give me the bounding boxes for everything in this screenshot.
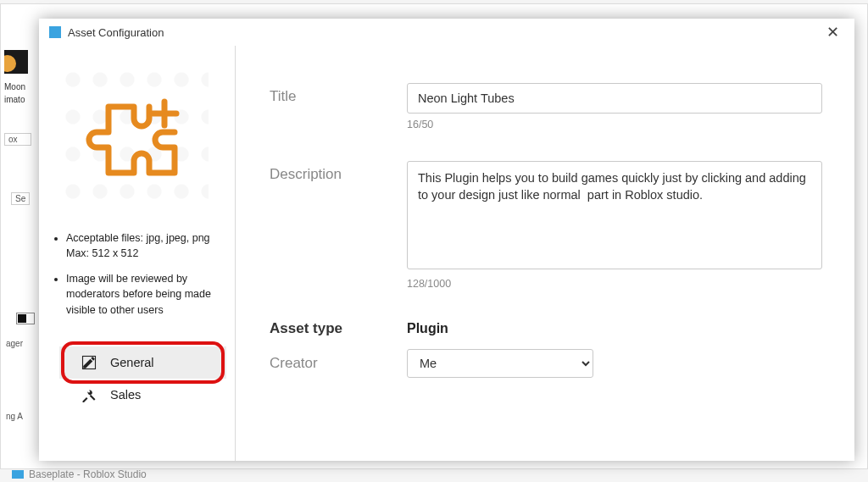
bg-bottom-tab: ng A xyxy=(3,411,26,422)
title-input[interactable] xyxy=(407,83,822,114)
tab-general[interactable]: General xyxy=(59,346,226,379)
bg-panel-label: ox xyxy=(4,133,31,146)
asset-configuration-dialog: Asset Configuration ✕ Acceptable files: xyxy=(39,19,854,461)
description-counter: 128/1000 xyxy=(407,278,822,290)
max-dimensions-label: Max: 512 x 512 xyxy=(66,246,226,261)
asset-image-preview[interactable] xyxy=(59,66,209,215)
taskbar: Baseplate - Roblox Studio xyxy=(12,468,147,480)
upload-notes: Acceptable files: jpg, jpeg, png Max: 51… xyxy=(59,230,226,328)
edit-icon xyxy=(81,355,97,370)
close-icon: ✕ xyxy=(826,23,839,42)
puzzle-plus-icon xyxy=(83,90,185,191)
dialog-titlebar: Asset Configuration ✕ xyxy=(39,19,854,46)
bg-plugin-name1: Moon xyxy=(1,80,40,93)
tab-sales-label: Sales xyxy=(110,388,141,402)
bg-color-swatch-white xyxy=(16,313,35,324)
roblox-studio-icon xyxy=(49,26,61,38)
creator-select[interactable]: Me xyxy=(407,349,593,378)
side-tabs: General Sales xyxy=(59,346,226,411)
title-label: Title xyxy=(270,83,407,130)
bg-plugin-name2: imato xyxy=(1,93,40,106)
description-label: Description xyxy=(270,161,407,290)
taskbar-title: Baseplate - Roblox Studio xyxy=(29,468,147,480)
tools-icon xyxy=(81,387,97,402)
tab-sales[interactable]: Sales xyxy=(59,379,226,411)
asset-type-label: Asset type xyxy=(270,320,407,337)
acceptable-files-label: Acceptable files: jpg, jpeg, png xyxy=(66,232,210,244)
left-pane: Acceptable files: jpg, jpeg, png Max: 51… xyxy=(39,46,236,461)
taskbar-app-icon xyxy=(12,470,24,479)
plugin-icon-thumbnail xyxy=(4,50,28,74)
right-pane: Title 16/50 Description This Plugin help… xyxy=(236,46,854,461)
tab-general-label: General xyxy=(110,356,154,369)
asset-type-value: Plugin xyxy=(407,321,448,336)
dialog-title: Asset Configuration xyxy=(68,26,164,39)
description-textarea[interactable]: This Plugin helps you to build games qui… xyxy=(407,161,822,269)
bg-toolbox-tab: ager xyxy=(3,338,26,349)
bg-search-stub: Se xyxy=(11,192,30,205)
review-note: Image will be reviewed by moderators bef… xyxy=(66,273,211,315)
close-button[interactable]: ✕ xyxy=(821,20,844,44)
creator-label: Creator xyxy=(270,355,407,372)
title-counter: 16/50 xyxy=(407,119,822,130)
